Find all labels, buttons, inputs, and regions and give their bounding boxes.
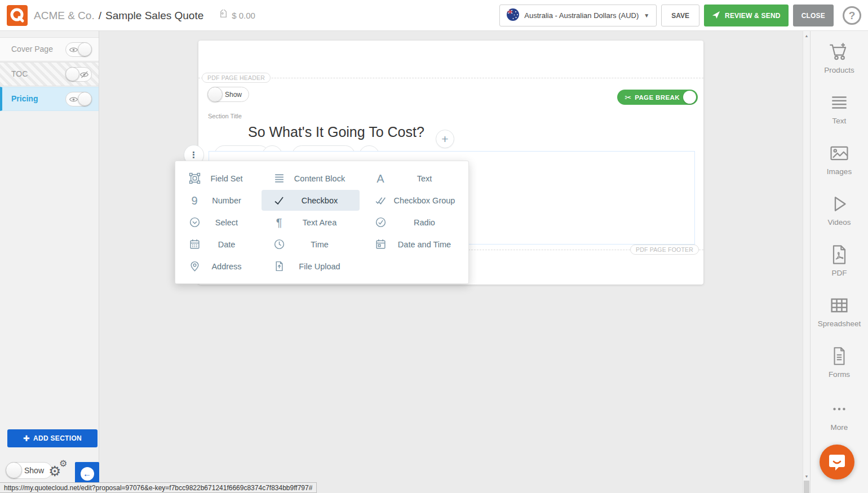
radio-icon	[371, 216, 390, 228]
spreadsheet-icon	[811, 294, 868, 317]
field-menu-item-radio[interactable]: Radio	[363, 212, 468, 233]
toolbox-label: Products	[811, 66, 868, 74]
field-menu-item-number[interactable]: 9 Number	[177, 190, 258, 211]
price-tag-icon	[219, 10, 228, 21]
eye-icon	[69, 46, 78, 56]
toolbox-label: Spreadsheet	[811, 319, 868, 328]
section-title-show-toggle[interactable]: Show	[207, 87, 249, 102]
pdf-page-footer-tag: PDF PAGE FOOTER	[630, 245, 699, 255]
field-menu-item-address[interactable]: Address	[177, 256, 258, 277]
currency-selector[interactable]: Australia - Australian Dollars (AUD) ▼	[499, 5, 657, 26]
canvas-scrollbar[interactable]: ▲ ▼	[803, 31, 810, 493]
add-section-label: ADD SECTION	[33, 434, 82, 442]
arrow-left-circle-icon: ←	[81, 467, 94, 481]
chat-widget-button[interactable]	[820, 445, 854, 479]
sidebar-show-toggle[interactable]: Show	[6, 462, 52, 479]
field-menu-label: Radio	[390, 218, 468, 227]
sidebar-item-toc[interactable]: TOC	[0, 62, 99, 86]
toolbox-label: Text	[811, 117, 868, 125]
settings-gears-icon[interactable]: ⚙⚙	[48, 461, 71, 479]
page-break-toggle[interactable]: ✂ PAGE BREAK	[617, 90, 698, 105]
toolbox-item-pdf[interactable]: PDF	[811, 243, 868, 277]
field-menu-item-time[interactable]: Time	[262, 234, 360, 255]
toolbox-label: More	[811, 423, 868, 432]
pdf-page-header-tag: PDF PAGE HEADER	[202, 73, 271, 83]
text-icon: A	[371, 173, 390, 184]
close-button[interactable]: CLOSE	[793, 5, 834, 26]
date-icon	[185, 238, 204, 250]
australia-flag-icon	[507, 8, 519, 23]
top-bar: ACME & Co. / Sample Sales Quote $ 0.00 A…	[0, 0, 868, 31]
field-menu-item-date[interactable]: Date	[177, 234, 258, 255]
field-menu-item-text-area[interactable]: ¶ Text Area	[262, 212, 360, 233]
company-name[interactable]: ACME & Co.	[34, 10, 95, 22]
field-menu-empty-cell	[363, 256, 468, 277]
help-icon[interactable]: ?	[843, 6, 861, 25]
field-menu-label: Checkbox	[289, 196, 360, 205]
field-menu-label: Date	[204, 240, 258, 249]
document-title[interactable]: Sample Sales Quote	[105, 10, 203, 22]
page-break-label: PAGE BREAK	[635, 94, 680, 101]
field-menu-label: Date and Time	[390, 240, 468, 249]
field-menu-label: Text	[390, 174, 468, 183]
insert-block-above-button[interactable]: +	[436, 130, 454, 148]
toc-visibility-toggle[interactable]	[65, 67, 92, 82]
field-menu-label: Text Area	[289, 218, 360, 227]
field-set-icon	[185, 172, 204, 184]
sidebar-item-pricing[interactable]: Pricing	[0, 87, 99, 111]
collapse-sidebar-button[interactable]: ←	[75, 462, 99, 485]
section-title-caption: Section Title	[208, 113, 242, 119]
field-menu-item-select[interactable]: Select	[177, 212, 258, 233]
review-send-button[interactable]: REVIEW & SEND	[704, 5, 789, 26]
field-menu-item-file-upload[interactable]: File Upload	[262, 256, 360, 277]
quotecloud-logo-icon[interactable]	[7, 5, 28, 26]
scissors-icon: ✂	[625, 93, 631, 102]
chevron-down-icon: ▼	[644, 12, 649, 19]
scroll-down-icon[interactable]: ▼	[803, 474, 810, 478]
toolbox-item-products[interactable]: Products	[811, 40, 868, 74]
review-send-label: REVIEW & SEND	[725, 12, 781, 20]
checkbox-group-icon	[371, 194, 390, 206]
address-icon	[185, 260, 204, 272]
field-menu-item-field-set[interactable]: Field Set	[177, 168, 258, 189]
field-menu-label: Address	[204, 262, 258, 271]
scroll-up-icon[interactable]: ▲	[803, 34, 810, 38]
eye-off-icon	[80, 70, 88, 81]
sections-sidebar: Cover Page TOC Pricing	[0, 31, 99, 493]
plus-icon: +	[441, 132, 448, 146]
file-upload-icon	[269, 260, 289, 272]
field-menu-item-checkbox-group[interactable]: Checkbox Group	[363, 190, 468, 211]
send-plane-icon	[712, 11, 720, 21]
scrollbar-thumb[interactable]	[804, 481, 809, 493]
chat-bubble-icon	[827, 452, 847, 472]
toolbox-item-forms[interactable]: Forms	[811, 344, 868, 379]
toolbox-item-videos[interactable]: Videos	[811, 192, 868, 226]
image-icon	[811, 141, 868, 165]
toolbox-label: Images	[811, 167, 868, 176]
breadcrumb-separator: /	[99, 10, 101, 22]
sidebar-item-cover-page[interactable]: Cover Page	[0, 37, 99, 61]
section-title-text[interactable]: So What's It Going To Cost?	[248, 124, 424, 140]
field-menu-item-text[interactable]: A Text	[363, 168, 468, 189]
toolbox-item-more[interactable]: More	[811, 397, 868, 432]
save-button[interactable]: SAVE	[661, 5, 699, 26]
cover-page-visibility-toggle[interactable]	[65, 42, 92, 57]
eye-icon	[69, 95, 78, 106]
field-menu-item-content-block[interactable]: Content Block	[262, 168, 360, 189]
currency-label: Australia - Australian Dollars (AUD)	[524, 11, 639, 20]
ellipsis-icon	[811, 397, 868, 421]
pdf-header-divider	[198, 78, 703, 78]
toolbox-label: PDF	[811, 269, 868, 277]
time-icon	[269, 238, 289, 250]
add-section-button[interactable]: ✚ ADD SECTION	[7, 429, 98, 447]
field-menu-item-checkbox[interactable]: Checkbox	[262, 190, 360, 211]
browser-status-bar: https://my.quotecloud.net/edit?proposal=…	[0, 482, 317, 493]
toolbox-item-images[interactable]: Images	[811, 141, 868, 176]
pricing-visibility-toggle[interactable]	[65, 92, 92, 106]
field-menu-label: File Upload	[289, 262, 360, 271]
quote-total: $ 0.00	[232, 11, 255, 20]
toolbox-item-text[interactable]: Text	[811, 91, 868, 125]
field-menu-item-date-and-time[interactable]: Date and Time	[363, 234, 468, 255]
toolbox-item-spreadsheet[interactable]: Spreadsheet	[811, 294, 868, 328]
text-lines-icon	[811, 91, 868, 114]
